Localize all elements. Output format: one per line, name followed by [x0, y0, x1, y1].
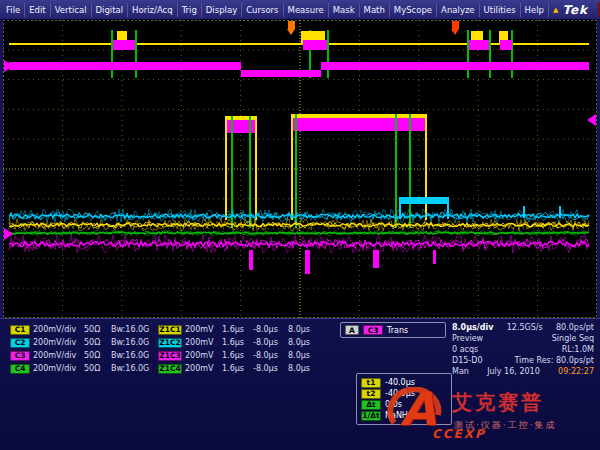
menu-analyze[interactable]: Analyze	[437, 3, 480, 17]
channel-scale: 200mV/div	[33, 325, 81, 334]
channel-impedance: 50Ω	[84, 325, 108, 334]
channel-impedance: 50Ω	[84, 338, 108, 347]
menu-edit[interactable]: Edit	[25, 3, 50, 17]
acquisition-readouts: 8.0µs/div 12.5GS/s 80.0ps/pt Preview Sin…	[452, 322, 594, 377]
zoom-start: -8.0µs	[253, 351, 285, 360]
trigger-type-label: Trans	[387, 326, 408, 335]
tek-logo: Tek	[562, 3, 598, 17]
channel-bandwidth: Bw:16.0G	[111, 364, 155, 373]
acq-row-digital: D15-D0 Time Res: 80.0ps/pt	[452, 355, 594, 366]
cursor-dt-badge[interactable]: Δt	[361, 400, 381, 410]
acq-row-count: 0 acqs RL:1.0M	[452, 344, 594, 355]
zoom-badge-z1c2[interactable]: Z1C2	[158, 338, 182, 348]
menu-mask[interactable]: Mask	[329, 3, 360, 17]
zoom-start: -8.0µs	[253, 338, 285, 347]
channel-bandwidth: Bw:16.0G	[111, 325, 155, 334]
trigger-readout[interactable]: A C3 Trans	[340, 322, 446, 338]
zoom-scale: 200mV	[185, 364, 219, 373]
channel-row-c2: C2 200mV/div 50Ω Bw:16.0G Z1C2 200mV 1.6…	[10, 336, 316, 349]
zoom-badge-z1c1[interactable]: Z1C1	[158, 325, 182, 335]
zoom-scale: 200mV	[185, 325, 219, 334]
channel-row-c1: C1 200mV/div 50Ω Bw:16.0G Z1C1 200mV 1.6…	[10, 323, 316, 336]
channel-readouts: C1 200mV/div 50Ω Bw:16.0G Z1C1 200mV 1.6…	[10, 323, 316, 375]
menu-horizacq[interactable]: Horiz/Acq	[128, 3, 178, 17]
channel-bandwidth: Bw:16.0G	[111, 338, 155, 347]
channel-bandwidth: Bw:16.0G	[111, 351, 155, 360]
resolution-value: 80.0ps/pt	[556, 323, 594, 332]
channel-scale: 200mV/div	[33, 364, 81, 373]
accexp-cjk-title: 艾克赛普	[452, 389, 544, 416]
menu-myscope[interactable]: MyScope	[390, 3, 437, 17]
acq-row-mode: Preview Single Seq	[452, 333, 594, 344]
menu-vertical[interactable]: Vertical	[51, 3, 92, 17]
channel-badge-c4[interactable]: C4	[10, 364, 30, 374]
zoom-end: 8.0µs	[288, 351, 316, 360]
cursor-t2-badge[interactable]: t2	[361, 389, 381, 399]
menu-digital[interactable]: Digital	[92, 3, 129, 17]
waveform-svg	[3, 20, 597, 318]
menu-file[interactable]: File	[2, 3, 25, 17]
zoom-end: 8.0µs	[288, 364, 316, 373]
zoom-time: 1.6µs	[222, 364, 250, 373]
trigger-mode-label: Man	[452, 367, 469, 376]
timebase-value: 8.0µs/div	[452, 323, 493, 332]
waveform-display[interactable]	[3, 20, 597, 318]
zoom-start: -8.0µs	[253, 325, 285, 334]
digital-bus-label: D15-D0	[452, 356, 482, 365]
channel-badge-c3[interactable]: C3	[10, 351, 30, 361]
accexp-latin-name: CCEXP	[432, 427, 486, 441]
trigger-a-badge[interactable]: A	[345, 325, 359, 335]
zoom-scale: 200mV	[185, 351, 219, 360]
channel-row-c4: C4 200mV/div 50Ω Bw:16.0G Z1C4 200mV 1.6…	[10, 362, 316, 375]
sample-rate-value: 12.5GS/s	[507, 323, 543, 332]
trigger-source-badge[interactable]: C3	[363, 325, 383, 335]
channel-scale: 200mV/div	[33, 338, 81, 347]
preview-label: Preview	[452, 334, 483, 343]
record-length: RL:1.0M	[562, 345, 594, 354]
channel-badge-c2[interactable]: C2	[10, 338, 30, 348]
menu-measure[interactable]: Measure	[284, 3, 329, 17]
channel-impedance: 50Ω	[84, 351, 108, 360]
accexp-watermark: A 艾克赛普 测试·仪器·工控·集成 CCEXP	[386, 385, 598, 449]
menu-utilities[interactable]: Utilities	[480, 3, 521, 17]
acq-row-datetime: Man July 16, 2010 09:22:27	[452, 366, 594, 377]
menu-trig[interactable]: Trig	[178, 3, 202, 17]
zoom-badge-z1c3[interactable]: Z1C3	[158, 351, 182, 361]
time-label: 09:22:27	[558, 367, 594, 376]
acq-count: 0 acqs	[452, 345, 478, 354]
date-label: July 16, 2010	[487, 367, 540, 376]
zoom-time: 1.6µs	[222, 351, 250, 360]
menu-bar: File Edit Vertical Digital Horiz/Acq Tri…	[0, 0, 600, 20]
zoom-badge-z1c4[interactable]: Z1C4	[158, 364, 182, 374]
single-seq-label: Single Seq	[552, 334, 594, 343]
menu-cursors[interactable]: Cursors	[242, 3, 283, 17]
zoom-time: 1.6µs	[222, 338, 250, 347]
time-resolution: Time Res: 80.0ps/pt	[514, 356, 594, 365]
menu-display[interactable]: Display	[202, 3, 242, 17]
channel-scale: 200mV/div	[33, 351, 81, 360]
zoom-scale: 200mV	[185, 338, 219, 347]
readout-panel: C1 200mV/div 50Ω Bw:16.0G Z1C1 200mV 1.6…	[0, 318, 600, 450]
channel-badge-c1[interactable]: C1	[10, 325, 30, 335]
zoom-start: -8.0µs	[253, 364, 285, 373]
acq-row-timebase: 8.0µs/div 12.5GS/s 80.0ps/pt	[452, 322, 594, 333]
menu-math[interactable]: Math	[360, 3, 390, 17]
channel-row-c3: C3 200mV/div 50Ω Bw:16.0G Z1C3 200mV 1.6…	[10, 349, 316, 362]
channel-impedance: 50Ω	[84, 364, 108, 373]
menu-help[interactable]: Help	[521, 3, 549, 17]
cursor-t1-badge[interactable]: t1	[361, 378, 381, 388]
cursor-freq-badge[interactable]: 1/Δt	[361, 411, 381, 421]
zoom-end: 8.0µs	[288, 338, 316, 347]
zoom-time: 1.6µs	[222, 325, 250, 334]
app-shortcut-icon[interactable]: ▲	[549, 6, 562, 14]
zoom-end: 8.0µs	[288, 325, 316, 334]
accexp-logo-initial: A	[400, 381, 436, 437]
